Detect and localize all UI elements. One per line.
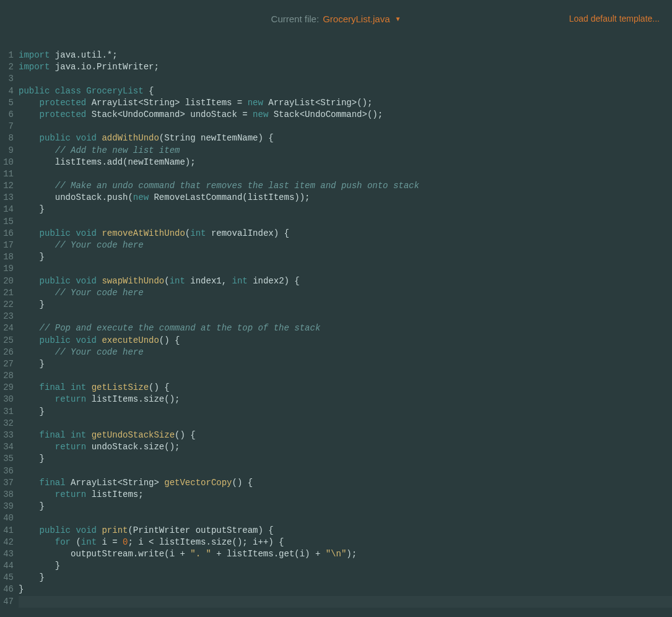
editor-header: Current file: GroceryList.java ▼ Load de… xyxy=(0,0,672,37)
line-number: 22 xyxy=(0,299,14,311)
code-line[interactable] xyxy=(19,121,672,132)
code-line[interactable] xyxy=(19,418,672,429)
line-number: 25 xyxy=(0,335,14,347)
line-number: 36 xyxy=(0,465,14,477)
code-line[interactable] xyxy=(19,73,672,85)
code-line[interactable]: import java.util.*; xyxy=(19,50,672,61)
code-line[interactable]: final ArrayList<String> getVectorCopy() … xyxy=(19,477,672,489)
line-number: 23 xyxy=(0,311,14,322)
line-number: 12 xyxy=(0,180,14,192)
code-line[interactable] xyxy=(19,168,672,180)
code-line[interactable]: listItems.add(newItemName); xyxy=(19,157,672,168)
line-number: 42 xyxy=(0,537,14,548)
code-line[interactable]: // Your code here xyxy=(19,239,672,251)
line-number: 7 xyxy=(0,121,14,132)
line-number: 24 xyxy=(0,322,14,334)
code-line[interactable]: // Your code here xyxy=(19,347,672,358)
line-number: 5 xyxy=(0,97,14,109)
code-line[interactable] xyxy=(19,263,672,275)
code-line[interactable]: } xyxy=(19,501,672,512)
line-number: 9 xyxy=(0,145,14,157)
line-number: 27 xyxy=(0,358,14,370)
line-number: 30 xyxy=(0,394,14,405)
code-line[interactable]: } xyxy=(19,572,672,584)
line-number: 17 xyxy=(0,239,14,251)
line-number: 14 xyxy=(0,204,14,215)
line-number: 19 xyxy=(0,263,14,275)
code-line[interactable] xyxy=(19,465,672,477)
code-line[interactable]: } xyxy=(19,299,672,311)
code-line[interactable]: } xyxy=(19,358,672,370)
line-number: 38 xyxy=(0,489,14,501)
code-line[interactable]: public class GroceryList { xyxy=(19,85,672,97)
line-number: 33 xyxy=(0,429,14,441)
line-number: 45 xyxy=(0,572,14,584)
line-number: 31 xyxy=(0,406,14,418)
line-number: 4 xyxy=(0,85,14,97)
code-line[interactable]: return undoStack.size(); xyxy=(19,441,672,453)
code-line[interactable]: protected Stack<UndoCommand> undoStack =… xyxy=(19,109,672,121)
line-number: 1 xyxy=(0,50,14,61)
line-number: 29 xyxy=(0,382,14,394)
file-selector[interactable]: Current file: GroceryList.java ▼ xyxy=(271,14,401,24)
code-line[interactable]: for (int i = 0; i < listItems.size(); i+… xyxy=(19,537,672,548)
line-number: 37 xyxy=(0,477,14,489)
chevron-down-icon: ▼ xyxy=(395,15,401,22)
line-number: 18 xyxy=(0,251,14,263)
code-line[interactable]: // Make an undo command that removes the… xyxy=(19,180,672,192)
line-number: 43 xyxy=(0,548,14,560)
line-number: 6 xyxy=(0,109,14,121)
code-line[interactable] xyxy=(19,216,672,228)
line-number: 40 xyxy=(0,512,14,524)
code-line[interactable]: protected ArrayList<String> listItems = … xyxy=(19,97,672,109)
line-number: 13 xyxy=(0,192,14,204)
code-line[interactable]: final int getListSize() { xyxy=(19,382,672,394)
line-number: 28 xyxy=(0,370,14,382)
code-line[interactable] xyxy=(19,596,672,608)
line-number: 11 xyxy=(0,168,14,180)
line-number: 41 xyxy=(0,525,14,537)
line-number: 16 xyxy=(0,228,14,239)
line-number: 2 xyxy=(0,61,14,73)
code-line[interactable]: final int getUndoStackSize() { xyxy=(19,429,672,441)
line-number: 46 xyxy=(0,584,14,595)
line-number: 35 xyxy=(0,453,14,465)
current-file-name: GroceryList.java xyxy=(323,14,390,24)
code-line[interactable]: return listItems.size(); xyxy=(19,394,672,405)
line-number: 47 xyxy=(0,596,14,608)
code-line[interactable]: // Add the new list item xyxy=(19,145,672,157)
line-number: 39 xyxy=(0,501,14,512)
code-line[interactable] xyxy=(19,512,672,524)
code-line[interactable]: } xyxy=(19,406,672,418)
code-line[interactable]: } xyxy=(19,453,672,465)
line-number: 20 xyxy=(0,275,14,287)
code-line[interactable]: public void removeAtWithUndo(int removal… xyxy=(19,228,672,239)
code-line[interactable]: public void executeUndo() { xyxy=(19,335,672,347)
code-area[interactable]: import java.util.*;import java.io.PrintW… xyxy=(19,50,672,608)
code-line[interactable]: // Your code here xyxy=(19,287,672,299)
line-number: 44 xyxy=(0,560,14,572)
code-line[interactable]: undoStack.push(new RemoveLastCommand(lis… xyxy=(19,192,672,204)
code-line[interactable] xyxy=(19,311,672,322)
line-number: 10 xyxy=(0,157,14,168)
line-number: 3 xyxy=(0,73,14,85)
line-number: 34 xyxy=(0,441,14,453)
code-editor[interactable]: 1234567891011121314151617181920212223242… xyxy=(0,37,672,608)
code-line[interactable]: outputStream.write(i + ". " + listItems.… xyxy=(19,548,672,560)
code-line[interactable]: public void swapWithUndo(int index1, int… xyxy=(19,275,672,287)
code-line[interactable]: public void print(PrintWriter outputStre… xyxy=(19,525,672,537)
code-line[interactable]: import java.io.PrintWriter; xyxy=(19,61,672,73)
line-number: 8 xyxy=(0,132,14,144)
code-line[interactable]: return listItems; xyxy=(19,489,672,501)
code-line[interactable] xyxy=(19,370,672,382)
load-template-link[interactable]: Load default template... xyxy=(569,14,660,24)
code-line[interactable]: } xyxy=(19,251,672,263)
code-line[interactable]: } xyxy=(19,204,672,215)
line-number: 32 xyxy=(0,418,14,429)
code-line[interactable]: } xyxy=(19,560,672,572)
line-number: 21 xyxy=(0,287,14,299)
code-line[interactable]: } xyxy=(19,584,672,595)
line-number-gutter: 1234567891011121314151617181920212223242… xyxy=(0,50,19,608)
code-line[interactable]: public void addWithUndo(String newItemNa… xyxy=(19,132,672,144)
code-line[interactable]: // Pop and execute the command at the to… xyxy=(19,322,672,334)
